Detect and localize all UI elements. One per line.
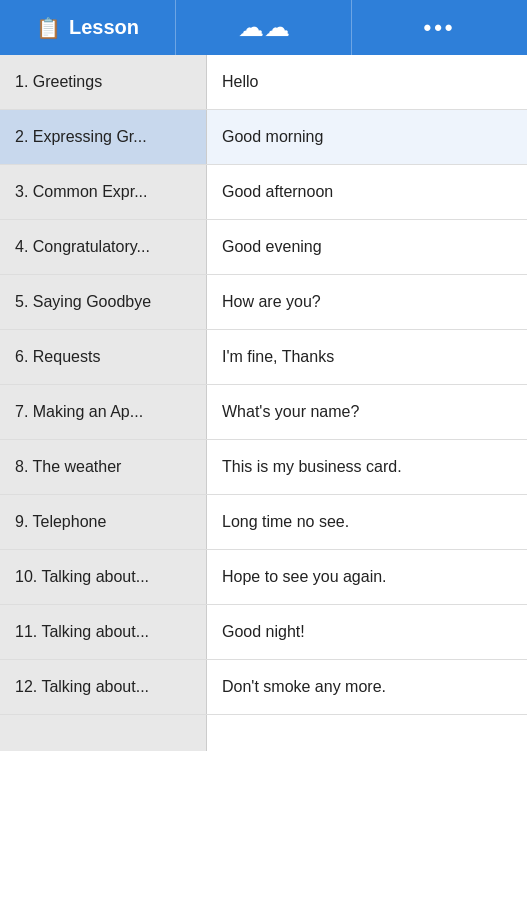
table-row[interactable]: 9. TelephoneLong time no see. — [0, 495, 527, 550]
more-tab[interactable]: ••• — [352, 0, 527, 55]
lesson-phrase-cell — [207, 715, 527, 751]
table-row[interactable]: 10. Talking about...Hope to see you agai… — [0, 550, 527, 605]
lesson-phrase-cell: Good evening — [207, 220, 527, 274]
lesson-name-cell: 10. Talking about... — [0, 550, 207, 604]
lesson-phrase-cell: Good night! — [207, 605, 527, 659]
lesson-icon: 📋 — [36, 16, 61, 40]
heart-icon: ☁☁ — [238, 12, 290, 43]
lesson-phrase-cell: Good morning — [207, 110, 527, 164]
lesson-phrase-cell: How are you? — [207, 275, 527, 329]
table-row[interactable]: 2. Expressing Gr...Good morning — [0, 110, 527, 165]
table-row[interactable] — [0, 715, 527, 751]
table-row[interactable]: 11. Talking about...Good night! — [0, 605, 527, 660]
lesson-name-cell: 1. Greetings — [0, 55, 207, 109]
table-row[interactable]: 8. The weatherThis is my business card. — [0, 440, 527, 495]
lesson-phrase-cell: Don't smoke any more. — [207, 660, 527, 714]
lesson-name-cell: 11. Talking about... — [0, 605, 207, 659]
table-row[interactable]: 5. Saying GoodbyeHow are you? — [0, 275, 527, 330]
more-dots-icon: ••• — [423, 15, 455, 41]
lesson-name-cell: 7. Making an Ap... — [0, 385, 207, 439]
lesson-name-cell: 9. Telephone — [0, 495, 207, 549]
lessons-table: 1. GreetingsHello2. Expressing Gr...Good… — [0, 55, 527, 751]
lesson-name-cell: 3. Common Expr... — [0, 165, 207, 219]
lesson-tab[interactable]: 📋 Lesson — [0, 0, 176, 55]
table-row[interactable]: 1. GreetingsHello — [0, 55, 527, 110]
lesson-name-cell: 8. The weather — [0, 440, 207, 494]
lesson-phrase-cell: I'm fine, Thanks — [207, 330, 527, 384]
lesson-name-cell: 12. Talking about... — [0, 660, 207, 714]
table-row[interactable]: 6. RequestsI'm fine, Thanks — [0, 330, 527, 385]
table-row[interactable]: 4. Congratulatory...Good evening — [0, 220, 527, 275]
header-title-text: Lesson — [69, 16, 139, 39]
lesson-name-cell: 4. Congratulatory... — [0, 220, 207, 274]
lesson-name-cell: 6. Requests — [0, 330, 207, 384]
lesson-phrase-cell: Hope to see you again. — [207, 550, 527, 604]
table-row[interactable]: 7. Making an Ap...What's your name? — [0, 385, 527, 440]
favorites-tab[interactable]: ☁☁ — [176, 0, 352, 55]
lesson-name-cell: 5. Saying Goodbye — [0, 275, 207, 329]
table-row[interactable]: 12. Talking about...Don't smoke any more… — [0, 660, 527, 715]
lesson-phrase-cell: What's your name? — [207, 385, 527, 439]
lesson-name-cell: 2. Expressing Gr... — [0, 110, 207, 164]
app-header: 📋 Lesson ☁☁ ••• — [0, 0, 527, 55]
lesson-name-cell — [0, 715, 207, 751]
lesson-phrase-cell: Long time no see. — [207, 495, 527, 549]
lesson-phrase-cell: Good afternoon — [207, 165, 527, 219]
table-row[interactable]: 3. Common Expr...Good afternoon — [0, 165, 527, 220]
lesson-phrase-cell: Hello — [207, 55, 527, 109]
lesson-phrase-cell: This is my business card. — [207, 440, 527, 494]
